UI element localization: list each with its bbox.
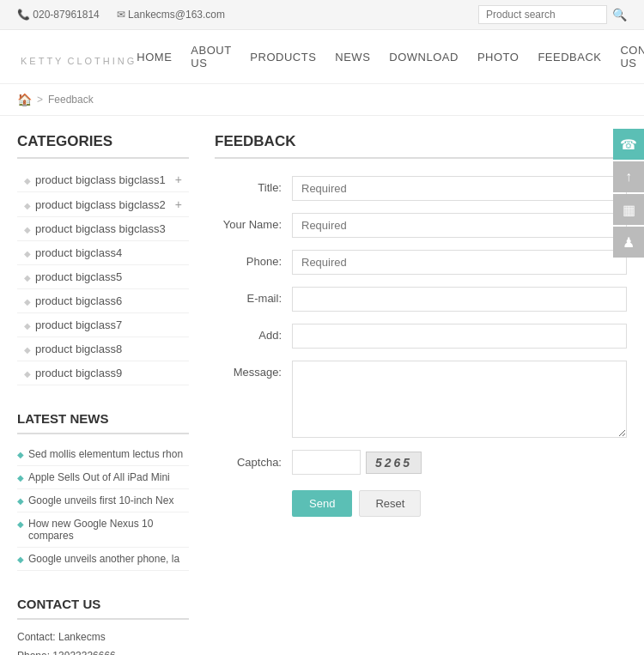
- breadcrumb-sep: >: [37, 94, 43, 106]
- email-label: E-mail:: [215, 287, 292, 305]
- contact-phone: Phone: 13933336666: [17, 647, 189, 655]
- phone-icon-btn[interactable]: ☎: [613, 129, 644, 160]
- phone-input[interactable]: [292, 250, 627, 275]
- header: KETTYCLOTHING HOME ABOUT US PRODUCTS NEW…: [0, 30, 644, 84]
- phone-icon: 📞: [17, 9, 30, 21]
- form-row-name: Your Name:: [215, 213, 627, 238]
- name-input[interactable]: [292, 213, 627, 238]
- main-content: CATEGORIES ◆product bigclass bigclass1+ …: [0, 116, 644, 655]
- message-label: Message:: [215, 361, 292, 379]
- nav-home[interactable]: HOME: [137, 51, 172, 64]
- list-item[interactable]: ◆product bigclass bigclass3: [17, 217, 189, 241]
- list-item[interactable]: ◆product bigclass6: [17, 289, 189, 313]
- news-list: ◆Sed mollis elementum lectus rhon ◆Apple…: [17, 443, 189, 571]
- contact-us-title: CONTACT US: [17, 597, 189, 620]
- logo: KETTYCLOTHING: [17, 43, 137, 70]
- contact-info: Contact: Lankecms Phone: 13933336666 Tel…: [17, 628, 189, 655]
- form-row-email: E-mail:: [215, 287, 627, 312]
- nav-contact[interactable]: CONTACT US: [620, 44, 644, 70]
- list-item[interactable]: ◆product bigclass8: [17, 337, 189, 361]
- phone-number: 020-87961814: [33, 9, 99, 21]
- reset-button[interactable]: Reset: [359, 490, 421, 517]
- list-item[interactable]: ◆product bigclass7: [17, 313, 189, 337]
- form-row-phone: Phone:: [215, 250, 627, 275]
- list-item[interactable]: ◆How new Google Nexus 10 compares: [17, 512, 189, 548]
- contact-name: Contact: Lankecms: [17, 628, 189, 647]
- user-icon-btn[interactable]: ♟: [613, 227, 644, 258]
- phone-label: Phone:: [215, 250, 292, 268]
- grid-icon-btn[interactable]: ▦: [613, 194, 644, 225]
- list-item[interactable]: ◆product bigclass bigclass2+: [17, 192, 189, 217]
- list-item[interactable]: ◆product bigclass5: [17, 265, 189, 289]
- nav-products[interactable]: PRODUCTS: [250, 51, 316, 64]
- nav-news[interactable]: NEWS: [335, 51, 370, 64]
- feedback-section: FEEDBACK Title: Your Name: Phone: E-mail…: [215, 133, 627, 655]
- main-nav: HOME ABOUT US PRODUCTS NEWS DOWNLOAD PHO…: [137, 44, 644, 70]
- form-row-add: Add:: [215, 324, 627, 349]
- captcha-image: 5265: [366, 452, 422, 474]
- email-info: ✉ Lankecms@163.com: [117, 9, 225, 21]
- search-button[interactable]: 🔍: [612, 8, 627, 21]
- breadcrumb: 🏠 > Feedback: [0, 84, 644, 116]
- list-item[interactable]: ◆product bigclass bigclass1+: [17, 167, 189, 192]
- send-button[interactable]: Send: [292, 490, 352, 517]
- right-icon-panel: ☎ ↑ ▦ ♟: [613, 129, 644, 258]
- breadcrumb-current: Feedback: [48, 94, 94, 106]
- top-bar: 📞 020-87961814 ✉ Lankecms@163.com 🔍: [0, 0, 644, 30]
- top-bar-right: 🔍: [478, 5, 627, 24]
- email-input[interactable]: [292, 287, 627, 312]
- email-address: Lankecms@163.com: [128, 9, 225, 21]
- home-icon[interactable]: 🏠: [17, 93, 32, 106]
- nav-photo[interactable]: PHOTO: [477, 51, 519, 64]
- search-input[interactable]: [478, 5, 607, 24]
- add-label: Add:: [215, 324, 292, 342]
- nav-about[interactable]: ABOUT US: [191, 44, 231, 70]
- list-item[interactable]: ◆Google unveils another phone, la: [17, 548, 189, 571]
- name-label: Your Name:: [215, 213, 292, 231]
- list-item[interactable]: ◆Google unveils first 10-inch Nex: [17, 489, 189, 512]
- list-item[interactable]: ◆Apple Sells Out of All iPad Mini: [17, 466, 189, 489]
- list-item[interactable]: ◆product bigclass4: [17, 241, 189, 265]
- button-row: Send Reset: [292, 490, 627, 517]
- captcha-label: Captcha:: [215, 456, 292, 469]
- form-row-message: Message:: [215, 361, 627, 438]
- sidebar: CATEGORIES ◆product bigclass bigclass1+ …: [17, 133, 189, 655]
- top-bar-left: 📞 020-87961814 ✉ Lankecms@163.com: [17, 9, 225, 21]
- form-row-title: Title:: [215, 176, 627, 201]
- latest-news-title: LATEST NEWS: [17, 411, 189, 434]
- message-textarea[interactable]: [292, 361, 627, 438]
- categories-title: CATEGORIES: [17, 133, 189, 159]
- add-input[interactable]: [292, 324, 627, 349]
- title-label: Title:: [215, 176, 292, 194]
- category-list: ◆product bigclass bigclass1+ ◆product bi…: [17, 167, 189, 385]
- phone-info: 📞 020-87961814: [17, 9, 100, 21]
- captcha-row: Captcha: 5265: [215, 450, 627, 475]
- nav-download[interactable]: DOWNLOAD: [389, 51, 459, 64]
- title-input[interactable]: [292, 176, 627, 201]
- share-icon-btn[interactable]: ↑: [613, 161, 644, 192]
- nav-feedback[interactable]: FEEDBACK: [538, 51, 601, 64]
- list-item[interactable]: ◆Sed mollis elementum lectus rhon: [17, 443, 189, 466]
- email-icon: ✉: [117, 9, 125, 21]
- list-item[interactable]: ◆product bigclass9: [17, 361, 189, 385]
- feedback-title: FEEDBACK: [215, 133, 627, 159]
- captcha-input[interactable]: [292, 450, 361, 475]
